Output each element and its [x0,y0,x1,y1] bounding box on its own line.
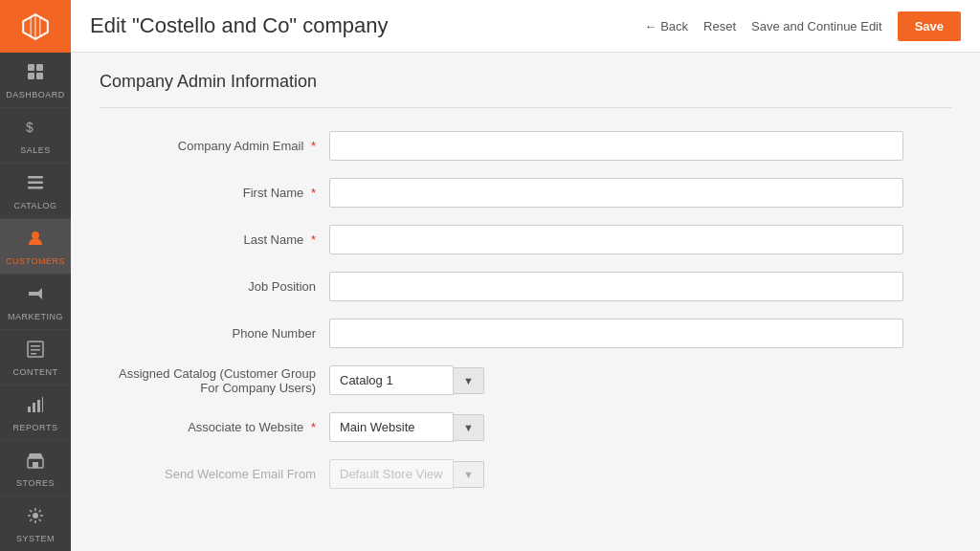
sales-icon: $ [26,118,45,142]
label-phone-number: Phone Number [100,326,329,341]
back-button[interactable]: ← Back [644,19,688,33]
svg-rect-2 [28,73,34,79]
job-position-input[interactable] [329,272,903,301]
svg-rect-0 [28,64,34,71]
svg-rect-12 [31,353,36,355]
svg-rect-5 [28,176,43,179]
required-indicator: * [311,232,316,247]
reset-button[interactable]: Reset [703,19,736,33]
field-phone-number [329,319,903,348]
svg-rect-13 [28,407,31,412]
sidebar-item-marketing[interactable]: MARKETING [0,275,71,330]
field-assigned-catalog: Catalog 1 ▼ [329,365,903,395]
content-icon [26,340,45,364]
sidebar-item-label: SYSTEM [16,534,55,543]
welcome-email-select: Default Store View [329,459,454,489]
back-arrow-icon: ← [644,19,657,33]
content-area: Company Admin Information Company Admin … [71,53,980,551]
required-indicator: * [311,186,316,200]
label-job-position: Job Position [100,279,329,294]
sidebar: DASHBOARD $ SALES CATALOG CUSTOMERS MARK… [0,0,71,551]
svg-point-8 [32,231,39,239]
svg-rect-16 [42,397,43,412]
page-title: Edit "Costello and Co" company [90,13,389,38]
sidebar-item-label: DASHBOARD [6,90,65,99]
phone-number-input[interactable] [329,319,903,348]
sidebar-item-label: SALES [20,145,51,155]
assigned-catalog-select[interactable]: Catalog 1 [329,365,454,395]
section-title: Company Admin Information [100,72,951,92]
main-content: Edit "Costello and Co" company ← Back Re… [71,0,980,551]
sidebar-item-catalog[interactable]: CATALOG [0,164,71,219]
save-button[interactable]: Save [898,11,961,41]
sidebar-item-dashboard[interactable]: DASHBOARD [0,53,71,108]
company-admin-email-input[interactable]: roni_cost@example.com [329,131,903,161]
label-first-name: First Name * [100,186,329,200]
dashboard-icon [26,62,45,86]
field-associate-website: Main Website ▼ [329,412,903,442]
svg-rect-15 [37,400,40,412]
associate-website-group: Main Website ▼ [329,412,903,442]
svg-rect-11 [31,349,40,351]
form-row-welcome-email: Send Welcome Email From Default Store Vi… [100,459,951,489]
stores-icon [26,451,45,474]
svg-rect-6 [28,182,43,185]
sidebar-item-label: STORES [16,478,55,488]
last-name-input[interactable]: Costello [329,225,903,254]
welcome-email-btn: ▼ [454,461,484,488]
label-company-admin-email: Company Admin Email * [100,139,329,153]
required-indicator: * [311,139,316,153]
customers-icon [26,229,45,253]
topbar: Edit "Costello and Co" company ← Back Re… [71,0,980,53]
assigned-catalog-group: Catalog 1 ▼ [329,365,903,395]
label-welcome-email: Send Welcome Email From [100,467,329,481]
svg-rect-1 [36,64,43,71]
sidebar-item-label: MARKETING [8,312,63,321]
catalog-icon [26,173,45,197]
sidebar-item-content[interactable]: CONTENT [0,330,71,386]
sidebar-item-label: REPORTS [13,423,58,432]
logo[interactable] [0,0,71,53]
field-first-name: Veronica [329,178,903,208]
form-row-last-name: Last Name * Costello [100,225,951,254]
sidebar-item-label: CATALOG [13,201,56,210]
field-company-admin-email: roni_cost@example.com [329,131,903,161]
svg-rect-3 [36,73,43,79]
form-row-email: Company Admin Email * roni_cost@example.… [100,131,951,161]
sidebar-item-sales[interactable]: $ SALES [0,108,71,164]
welcome-email-group: Default Store View ▼ [329,459,903,489]
field-job-position [329,272,903,301]
svg-rect-18 [33,462,38,468]
section-divider [100,107,951,108]
marketing-icon [26,284,45,308]
field-welcome-email: Default Store View ▼ [329,459,903,489]
system-icon [26,506,45,530]
form-row-associate-website: Associate to Website * Main Website ▼ [100,412,951,442]
associate-website-btn[interactable]: ▼ [454,414,484,441]
sidebar-item-system[interactable]: SYSTEM [0,496,71,551]
form-row-first-name: First Name * Veronica [100,178,951,208]
sidebar-item-reports[interactable]: REPORTS [0,386,71,441]
svg-rect-7 [28,187,43,189]
svg-rect-10 [31,345,40,347]
required-indicator: * [311,420,316,434]
form-row-phone-number: Phone Number [100,319,951,348]
svg-text:$: $ [26,120,33,135]
svg-point-19 [33,513,38,518]
label-associate-website: Associate to Website * [100,420,329,434]
field-last-name: Costello [329,225,903,254]
first-name-input[interactable]: Veronica [329,178,903,208]
reports-icon [26,395,45,419]
save-continue-button[interactable]: Save and Continue Edit [751,19,882,33]
svg-rect-14 [33,403,35,412]
label-last-name: Last Name * [100,232,329,247]
sidebar-item-label: CONTENT [13,367,58,377]
associate-website-select[interactable]: Main Website [329,412,454,442]
form-row-job-position: Job Position [100,272,951,301]
sidebar-item-stores[interactable]: STORES [0,441,71,496]
sidebar-item-label: CUSTOMERS [6,256,65,266]
topbar-actions: ← Back Reset Save and Continue Edit Save [644,11,961,41]
assigned-catalog-btn[interactable]: ▼ [454,367,484,394]
sidebar-item-customers[interactable]: CUSTOMERS [0,219,71,275]
form-row-assigned-catalog: Assigned Catalog (Customer Group For Com… [100,365,951,395]
